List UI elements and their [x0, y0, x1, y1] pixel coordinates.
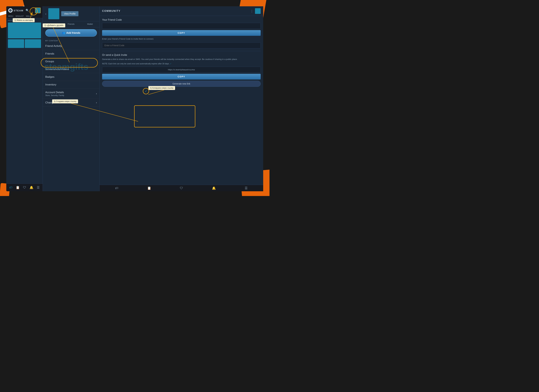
- quick-invite-title: Or send a Quick Invite: [102, 54, 261, 57]
- quick-invite-description: Generate a link to share via email or SM…: [102, 58, 261, 61]
- annotation-step2: 2) «Добавить друзей»: [43, 23, 65, 28]
- featured-row: [8, 39, 41, 48]
- friend-code-input[interactable]: [102, 43, 261, 48]
- community-content: Your Friend Code COPY Enter your friend'…: [100, 16, 263, 185]
- chevron-right-icon: ›: [96, 92, 97, 95]
- steam-nav: MENU WISHLIST WALLET: [6, 14, 43, 18]
- community-bottom-library[interactable]: 📋: [147, 186, 151, 190]
- back-button[interactable]: ‹: [45, 12, 46, 16]
- bottom-nav-library[interactable]: 📋: [15, 185, 20, 190]
- menu-badges[interactable]: Badges: [43, 73, 99, 81]
- community-header: COMMUNITY ⋮: [100, 6, 263, 16]
- main-wrapper: STEAM 🔍 ⋮ MENU WISHLIST WALLET FEATURED …: [6, 6, 263, 191]
- community-bottom-store[interactable]: 🏷: [115, 186, 118, 190]
- annotation-step4: 4) Копируем новую ссылку: [148, 86, 175, 90]
- community-bottom-bell[interactable]: 🔔: [212, 186, 216, 190]
- community-more-icon[interactable]: ⋮: [250, 9, 253, 13]
- user-avatar[interactable]: [35, 8, 41, 13]
- menu-account-label: Account Details: [45, 91, 64, 94]
- invite-link: https://s.team/p/ваша/ссылка: [102, 67, 261, 72]
- community-avatar: [255, 8, 261, 14]
- menu-friend-activity[interactable]: Friend Activity: [43, 42, 99, 50]
- bottom-nav-shield[interactable]: 🛡: [22, 185, 27, 190]
- steam-header: STEAM 🔍 ⋮: [6, 6, 43, 14]
- steam-header-icons: 🔍 ⋮: [26, 8, 41, 13]
- menu-account-subtitle: Store, Security, Family: [45, 94, 64, 96]
- my-content-label: MY CONTENT: [43, 38, 99, 42]
- checkmark-icon: ✓: [170, 63, 172, 65]
- menu-friends[interactable]: Friends: [43, 50, 99, 58]
- steam-panel: STEAM 🔍 ⋮ MENU WISHLIST WALLET FEATURED …: [6, 6, 43, 191]
- steam-logo: STEAM: [8, 8, 24, 13]
- steam-logo-icon: [8, 8, 13, 13]
- community-bottom-nav: 🏷 📋 🛡 🔔 ☰: [100, 185, 263, 191]
- community-bottom-shield[interactable]: 🛡: [180, 186, 183, 190]
- view-profile-button[interactable]: View Profile: [61, 11, 79, 16]
- bottom-nav-store[interactable]: 🏷: [9, 185, 13, 190]
- community-bottom-menu[interactable]: ☰: [245, 186, 248, 190]
- quick-invite-note: NOTE: Each link can only be used once an…: [102, 62, 261, 65]
- profile-panel: ‹ View Profile Games Friends Wallet 👥 Ad…: [43, 6, 99, 191]
- annotation-step3: 3) Создаем новую ссылку: [52, 99, 78, 104]
- friend-code-title: Your Friend Code: [102, 19, 261, 21]
- generate-new-link-button[interactable]: Generate new link: [102, 81, 261, 87]
- checkmark-circle: ✓: [143, 88, 149, 94]
- tab-wallet[interactable]: Wallet: [81, 21, 99, 27]
- add-friends-icon: 👥: [62, 31, 65, 34]
- more-icon[interactable]: ⋮: [31, 9, 34, 12]
- add-friends-button[interactable]: 👥 Add friends: [45, 29, 97, 37]
- menu-items: Friend Activity Friends Groups Screensho…: [43, 42, 99, 191]
- nav-wallet[interactable]: WALLET: [26, 15, 33, 17]
- menu-screenshots[interactable]: Screenshots/Videos: [43, 66, 99, 73]
- featured-thumb-1: [8, 39, 24, 48]
- community-title: COMMUNITY: [102, 10, 120, 12]
- menu-account-content: Account Details Store, Security, Family: [45, 91, 64, 96]
- profile-avatar: [48, 8, 59, 19]
- annotation-step1: 1) Жмем на аватарку: [13, 18, 35, 22]
- nav-wishlist[interactable]: WISHLIST: [15, 15, 24, 17]
- bottom-nav-bell[interactable]: 🔔: [29, 185, 34, 190]
- featured-main-image: [8, 23, 41, 38]
- steam-logo-text: STEAM: [14, 9, 24, 12]
- featured-thumb-2: [25, 39, 41, 48]
- menu-account-details[interactable]: Account Details Store, Security, Family …: [43, 89, 99, 99]
- community-panel: COMMUNITY ⋮ Your Friend Code COPY Enter …: [99, 6, 263, 191]
- add-friends-label: Add friends: [66, 32, 80, 34]
- search-icon[interactable]: 🔍: [26, 9, 29, 12]
- quick-invite-section: Or send a Quick Invite Generate a link t…: [102, 54, 261, 87]
- menu-groups[interactable]: Groups: [43, 58, 99, 66]
- menu-inventory[interactable]: Inventory: [43, 81, 99, 89]
- copy-friend-code-button[interactable]: COPY: [102, 30, 261, 36]
- nav-menu[interactable]: MENU: [8, 15, 13, 17]
- friend-code-display: [102, 23, 261, 29]
- copy-invite-link-button[interactable]: COPY: [102, 74, 261, 80]
- steam-bottom-nav: 🏷 📋 🛡 🔔 ☰: [6, 184, 43, 191]
- featured-section: FEATURED & RECOMMENDED: [6, 18, 43, 184]
- profile-header: ‹ View Profile: [43, 6, 99, 21]
- friend-code-description: Enter your friend's Friend Code to invit…: [102, 37, 261, 41]
- chevron-right-icon-2: ›: [96, 101, 97, 104]
- friend-code-section: Your Friend Code COPY Enter your friend'…: [102, 19, 261, 48]
- bottom-nav-menu[interactable]: ☰: [36, 185, 40, 190]
